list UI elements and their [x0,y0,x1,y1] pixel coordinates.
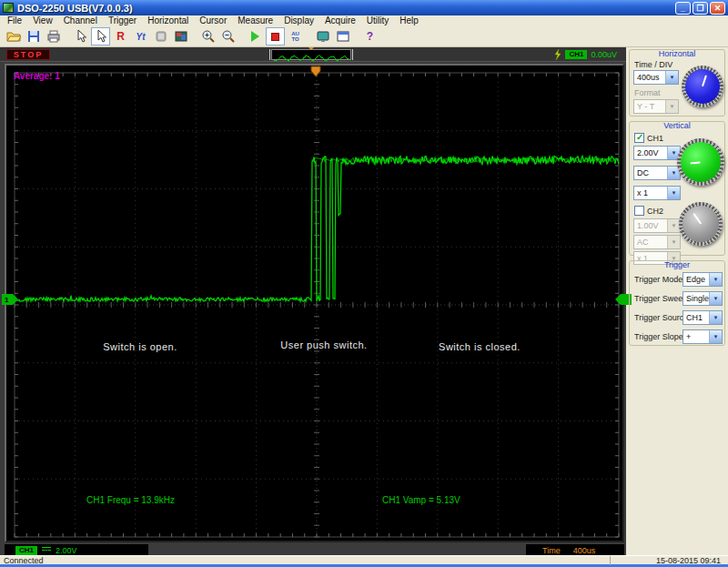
ch2-position-knob[interactable] [679,202,723,246]
preview-trigger-marker [308,47,314,50]
window-title: DSO-2250 USB(V7.0.0.3) [17,3,675,14]
open-icon[interactable] [4,27,23,46]
vertical-group: Vertical CH1 2.00V DC x 1 CH2 1.00 [629,121,725,256]
window-layout-icon[interactable] [333,27,352,46]
chevron-down-icon [665,100,678,113]
preview-waveform [272,54,350,63]
annotation-user-push: User push switch. [280,339,367,350]
stop-icon[interactable] [266,27,285,46]
pointer-icon[interactable] [71,27,90,46]
scope-display[interactable]: 1 Average: 1 Switch is open. User push s… [5,64,624,542]
scope-info-bar: STOP CH1 0.00uV [0,47,626,62]
svg-text:1: 1 [5,296,9,304]
ch2-checkbox-label: CH2 [647,207,663,216]
datetime-status: 15-08-2015 09:41 [610,556,726,565]
menu-horizontal[interactable]: Horizontal [142,15,194,26]
chevron-down-icon [665,71,678,84]
trigger-mode-label: Trigger Mode [634,275,682,284]
menu-utility[interactable]: Utility [361,15,394,26]
menu-trigger[interactable]: Trigger [103,15,142,26]
copy-wave-icon[interactable] [151,27,170,46]
time-label: Time [542,546,561,555]
minimize-button[interactable]: _ [675,2,691,15]
snapshot-icon[interactable] [171,27,190,46]
autoset-icon[interactable]: AUTO [286,27,305,46]
ref-wave-icon[interactable]: R [111,27,130,46]
connection-status: Connected [4,556,44,565]
app-window: DSO-2250 USB(V7.0.0.3) _ ❐ ✕ File View C… [0,0,728,567]
trigger-readout: CH1 0.00uV [554,49,617,60]
chevron-down-icon [709,292,722,305]
waveform-preview[interactable] [271,49,351,60]
maximize-button[interactable]: ❐ [693,2,708,15]
fft-icon[interactable]: Yt [131,27,150,46]
trigger-level-value: 0.00uV [591,50,617,59]
ch1-volts-select[interactable]: 2.00V [633,146,681,160]
time-value: 400us [573,546,596,555]
zoom-out-icon[interactable] [218,27,238,46]
start-icon[interactable] [246,27,265,46]
select-pointer-icon[interactable] [91,27,110,46]
help-icon[interactable]: ? [360,27,379,46]
app-icon [3,3,14,13]
trigger-slope-label: Trigger Slope [634,332,683,341]
ch1-checkbox[interactable] [634,133,644,143]
format-select: Y - T [633,99,679,114]
ch1-checkbox-label: CH1 [647,134,663,143]
ch1-position-knob[interactable] [677,138,724,186]
annotation-switch-open: Switch is open. [103,341,177,352]
format-label: Format [634,88,661,97]
trigger-source-select[interactable]: CH1 [682,310,723,325]
time-div-select[interactable]: 400us [633,70,679,85]
capture-icon[interactable] [313,27,332,46]
trigger-group: Trigger Trigger Mode Edge Trigger Sweep … [629,260,725,346]
average-label: Average: 1 [14,71,60,81]
vertical-group-title: Vertical [630,121,724,130]
chevron-down-icon [667,219,680,232]
menu-display[interactable]: Display [278,15,319,26]
scope-area: STOP CH1 0.00uV 1 Average: 1 Switch is o… [0,47,626,555]
ch1-probe-select[interactable]: x 1 [633,186,681,200]
chevron-down-icon [709,311,722,324]
menu-acquire[interactable]: Acquire [319,15,361,26]
horizontal-group-title: Horizontal [630,49,724,58]
title-bar: DSO-2250 USB(V7.0.0.3) _ ❐ ✕ [0,0,728,15]
freq-measurement: CH1 Frequ = 13.9kHz [86,495,175,505]
dc-coupling-icon [42,547,51,553]
menu-help[interactable]: Help [394,15,424,26]
trigger-sweep-label: Trigger Sweep [634,294,687,303]
ch2-volts-select: 1.00V [633,218,681,233]
menu-bar: File View Channel Trigger Horizontal Cur… [0,15,728,26]
close-button[interactable]: ✕ [710,2,725,15]
zoom-in-icon[interactable] [198,27,217,46]
status-bar: Connected 15-08-2015 09:41 [0,555,728,567]
chevron-down-icon [667,187,680,199]
volts-per-div-value: 2.00V [56,546,77,555]
save-icon[interactable] [24,27,43,46]
print-icon[interactable] [44,27,63,46]
ch1-coupling-select[interactable]: DC [633,166,681,180]
menu-view[interactable]: View [27,15,58,26]
trigger-sweep-select[interactable]: Single [682,291,723,306]
menu-channel[interactable]: Channel [58,15,103,26]
trigger-group-title: Trigger [630,260,724,269]
trigger-slope-select[interactable]: + [682,329,723,344]
trigger-mode-select[interactable]: Edge [682,272,723,287]
horizontal-group: Horizontal Time / DIV 400us Format Y - T [629,49,725,116]
scope-graticule: 1 [6,66,622,541]
vamp-measurement: CH1 Vamp = 5.13V [382,495,460,505]
ch2-checkbox[interactable] [634,206,644,216]
chevron-down-icon [709,330,722,343]
toolbar: R Yt AUTO ? [0,26,728,47]
menu-cursor[interactable]: Cursor [194,15,232,26]
menu-measure[interactable]: Measure [232,15,278,26]
control-panel: Horizontal Time / DIV 400us Format Y - T… [626,47,728,555]
chevron-down-icon [667,236,680,248]
trigger-source-label: Trigger Source [634,313,688,322]
time-div-label: Time / DIV [634,60,672,69]
horizontal-knob[interactable] [682,66,723,107]
annotation-switch-closed: Switch is closed. [439,341,521,352]
menu-file[interactable]: File [2,15,27,26]
trigger-channel-badge: CH1 [565,50,587,59]
ch2-coupling-select: AC [633,235,681,249]
